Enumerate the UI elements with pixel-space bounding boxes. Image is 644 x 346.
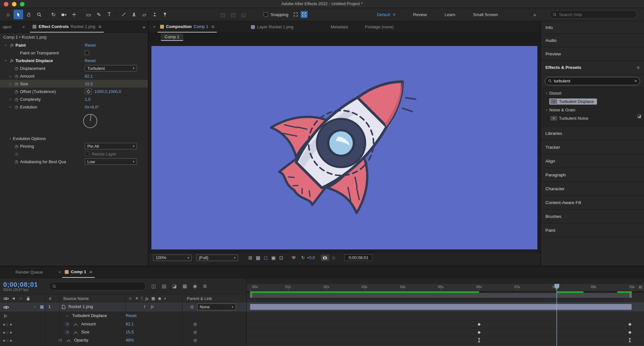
layer-duration-bar[interactable] [250, 304, 632, 310]
effect-twirl-icon[interactable]: › [65, 313, 70, 319]
parent-dropdown[interactable]: None ▾ [197, 304, 236, 310]
panel-menu-icon[interactable]: ≡ [212, 24, 214, 29]
current-timecode[interactable]: 0;00;08;01 [3, 281, 44, 288]
shy-column-icon[interactable]: ☺ [128, 296, 132, 301]
twirl-closed-icon[interactable]: › [8, 74, 13, 79]
panel-menu-icon[interactable]: ≡ [637, 65, 639, 70]
stopwatch-icon[interactable]: ◷ [13, 81, 20, 86]
resize-layer-checkbox[interactable] [85, 152, 89, 156]
paint-on-transparent-checkbox[interactable] [85, 51, 89, 55]
add-keyframe-icon[interactable]: ◇ [6, 331, 9, 334]
keyframe-diamond[interactable]: ◆ [477, 330, 480, 334]
workspace-review[interactable]: Review [413, 12, 427, 17]
stopwatch-icon[interactable]: ◷ [65, 330, 69, 334]
layer-color-chip[interactable] [40, 305, 44, 309]
layer-fx-switch-icon[interactable]: fx [149, 304, 156, 309]
eraser-tool[interactable]: ▱ [139, 10, 149, 19]
panel-preview[interactable]: Preview [541, 47, 644, 61]
comp-tab-close-icon[interactable]: × [58, 270, 61, 275]
add-keyframe-icon[interactable]: ◇ [6, 339, 9, 342]
reset-exposure-icon[interactable]: ↻ [301, 255, 305, 260]
pixel-aspect-icon[interactable]: ⊡ [277, 255, 285, 261]
zoom-tool[interactable] [34, 10, 44, 19]
adjustment-column-icon[interactable]: ◐ [164, 296, 167, 301]
type-tool[interactable]: T [104, 10, 114, 19]
keyframe-hold-marker[interactable] [629, 338, 631, 342]
effect-item-turbulent-displace[interactable]: 32 Turbulent Displace [549, 98, 597, 105]
exposure-value[interactable]: +0,0 [307, 255, 315, 260]
displacement-dropdown[interactable]: Turbulent ▾ [85, 65, 137, 71]
turbulent-displace-reset-link[interactable]: Reset [85, 58, 96, 63]
snapping-checkbox[interactable] [264, 12, 268, 17]
add-keyframe-icon[interactable]: ◇ [6, 323, 9, 326]
keyframe-diamond[interactable]: ◆ [628, 330, 631, 334]
twirl-open-icon[interactable]: › [544, 90, 549, 96]
panel-align[interactable]: Align [541, 154, 644, 168]
stopwatch-icon[interactable]: ◷ [13, 105, 20, 109]
hand-tool[interactable] [24, 10, 34, 19]
stopwatch-icon[interactable]: ◷ [13, 159, 20, 164]
motion-blur-column-icon[interactable]: ◉ [158, 296, 161, 301]
graph-toggle-icon[interactable] [66, 339, 71, 342]
snap-option-button[interactable] [292, 11, 299, 18]
layer-twirl-icon[interactable]: › [33, 304, 37, 310]
show-channel-icon[interactable] [291, 256, 297, 260]
keyframe-diamond[interactable]: ◆ [477, 322, 480, 326]
prev-keyframe-icon[interactable]: ◀ [3, 331, 5, 334]
project-tab-truncated[interactable]: oject [3, 24, 11, 29]
rectangle-tool[interactable]: ▭ [84, 10, 93, 19]
panel-info[interactable]: Info [541, 21, 644, 34]
next-keyframe-icon[interactable]: ▶ [10, 323, 13, 326]
timeline-comp-tab[interactable]: Comp 1 ≡ [62, 267, 95, 278]
size-value[interactable]: 15,5 [85, 81, 93, 86]
effects-search[interactable]: × [545, 77, 640, 85]
composition-tab-close-icon[interactable]: × [153, 24, 156, 29]
panel-brushes[interactable]: Brushes [541, 210, 644, 223]
effect-item-turbulent-noise[interactable]: 32 Turbulent Noise [549, 115, 591, 121]
resolution-dropdown[interactable]: (Full) ▾ [196, 255, 238, 261]
evolution-dial[interactable] [82, 113, 98, 129]
stopwatch-icon[interactable]: ◷ [13, 66, 20, 71]
pen-tool[interactable]: ✎ [94, 10, 104, 19]
project-tab-close-icon[interactable]: × [22, 24, 25, 29]
view-axis-mode-button[interactable]: ◱ [239, 10, 248, 19]
twirl-open-icon[interactable]: › [544, 107, 549, 112]
twirl-closed-icon[interactable]: › [8, 97, 13, 102]
pinning-dropdown[interactable]: Pin All ▾ [85, 143, 137, 149]
panel-menu-icon[interactable]: ≡ [90, 269, 92, 275]
effect-reset-link[interactable]: Reset [126, 313, 137, 318]
keyframe-diamond[interactable]: ◆ [628, 322, 631, 326]
clear-search-icon[interactable]: × [634, 79, 637, 83]
quality-column-icon[interactable]: \ [141, 296, 142, 301]
next-keyframe-icon[interactable]: ▶ [10, 339, 13, 342]
prev-keyframe-icon[interactable]: ◀ [3, 323, 5, 326]
composition-mini-flowchart-icon[interactable]: ◫ [151, 283, 156, 289]
region-of-interest-icon[interactable]: ▣ [270, 255, 277, 261]
source-name-column-label[interactable]: Source Name [63, 296, 89, 301]
pan-behind-tool[interactable] [69, 10, 79, 19]
layer-tab[interactable]: Layer Rocket 1.png [251, 24, 293, 29]
draft-3d-icon[interactable]: ▤ [162, 283, 166, 289]
magnification-dropdown[interactable]: 100% ▾ [153, 255, 192, 261]
graph-toggle-icon[interactable] [73, 323, 78, 326]
motion-blur-icon[interactable]: ◉ [193, 283, 197, 289]
panel-overflow-icon[interactable]: » [143, 24, 145, 30]
twirl-open-icon[interactable]: › [8, 104, 13, 109]
work-area-bar[interactable] [250, 293, 632, 298]
snap-features-button[interactable] [301, 11, 308, 18]
effect-row-turbulent-displace[interactable]: › fx Turbulent Displace Reset [0, 57, 148, 64]
panel-paint[interactable]: Paint [541, 223, 644, 237]
effect-controls-tab[interactable]: Effect Controls Rocket 1.png ≡ [30, 21, 104, 33]
footage-tab[interactable]: Footage (none) [365, 24, 394, 29]
layer-row[interactable]: › 1 Rocket 1.png / fx ◎ None ▾ [0, 302, 246, 312]
property-value[interactable]: 82,1 [126, 322, 134, 326]
property-row-opacity[interactable]: ◀ ◇ ▶ ◷ Opacity 48% ◎ [0, 336, 246, 344]
property-row-size[interactable]: ◀ ◇ ▶ ◷ Size 15,5 ◎ [0, 328, 246, 336]
keyframe-hold-marker[interactable] [478, 338, 481, 342]
expression-pick-whip-icon[interactable]: ◎ [193, 330, 197, 334]
property-row-amount[interactable]: ◀ ◇ ▶ ◷ Amount 82,1 ◎ [0, 320, 246, 328]
transparency-grid-icon[interactable]: ▦ [254, 255, 262, 261]
timeline-search[interactable] [49, 282, 146, 290]
local-axis-mode-button[interactable]: ◳ [218, 10, 228, 19]
layer-quality-icon[interactable]: / [144, 304, 145, 309]
